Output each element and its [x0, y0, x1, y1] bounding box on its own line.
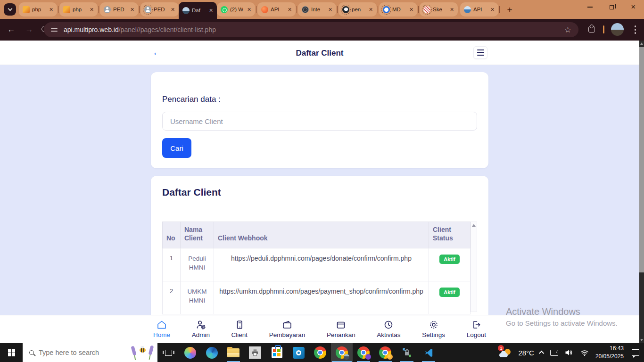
extensions-icon[interactable] [588, 26, 595, 33]
url-host: api.multipro.web.id [64, 26, 119, 33]
tab-close-icon[interactable] [129, 6, 136, 13]
taskbar-chrome-active-window[interactable] [331, 343, 353, 362]
wifi-icon[interactable] [580, 348, 589, 357]
browser-tab-php-2[interactable]: php [59, 2, 98, 16]
table-scrollbar[interactable] [471, 222, 477, 312]
taskbar-microsoft-store[interactable] [266, 343, 288, 362]
chrome-profile-fox-badge [387, 354, 393, 360]
tab-close-icon[interactable] [88, 6, 95, 13]
action-center-icon[interactable] [632, 349, 639, 356]
browser-tab-strip: php php PED PED Daf (2) W API Inte pen M… [0, 0, 644, 19]
browser-tab-ped-2[interactable]: PED [140, 2, 179, 16]
search-box-bee-artwork [128, 344, 156, 361]
page-scrollbar[interactable] [639, 41, 644, 343]
nav-item-admin[interactable]: Admin [192, 319, 210, 338]
taskbar-file-explorer[interactable] [223, 343, 244, 362]
scroll-up-arrow-icon[interactable] [640, 42, 643, 45]
taskbar-edge[interactable] [201, 343, 223, 362]
tab-close-icon[interactable] [48, 6, 55, 13]
taskbar-chrome[interactable] [309, 343, 331, 362]
windows-taskbar: 1 28°C 16:43 20/05/2025 [0, 343, 644, 362]
taskbar-chrome-profile-fox[interactable] [374, 343, 396, 362]
display-device-icon[interactable] [550, 350, 558, 356]
browser-tab-md[interactable]: MD [379, 2, 417, 16]
nav-item-client[interactable]: Client [231, 319, 248, 338]
browser-tab-whatsapp[interactable]: (2) W [217, 2, 255, 16]
close-button[interactable] [622, 0, 644, 14]
tab-close-icon[interactable] [327, 6, 334, 13]
chrome-icon [357, 346, 370, 359]
browser-tab-inte[interactable]: Inte [298, 2, 336, 16]
column-header-no: No [163, 222, 181, 248]
profile-avatar[interactable] [611, 23, 624, 36]
taskbar-outlook[interactable] [288, 343, 309, 362]
taskbar-clock[interactable]: 16:43 20/05/2025 [595, 345, 624, 361]
tab-close-icon[interactable] [286, 6, 293, 13]
menu-hamburger-button[interactable] [473, 46, 487, 59]
tab-close-icon[interactable] [169, 6, 176, 13]
restore-button[interactable] [601, 0, 622, 14]
tab-close-icon[interactable] [367, 6, 374, 13]
task-view-button[interactable] [157, 343, 179, 362]
browser-tab-api-1[interactable]: API [257, 2, 296, 16]
taskbar-search-input[interactable] [39, 349, 109, 356]
browser-menu-icon[interactable] [635, 29, 636, 31]
browser-tab-daftar-client-active[interactable]: Daf [179, 2, 217, 19]
logout-icon [471, 319, 482, 330]
clock-time: 16:43 [595, 345, 624, 353]
scrollbar-thumb[interactable] [639, 47, 644, 272]
browser-tab-ske[interactable]: Ske [420, 2, 458, 16]
minimize-button[interactable] [579, 0, 601, 14]
taskbar-chrome-profile-purple[interactable] [353, 343, 374, 362]
scroll-up-arrow-icon[interactable] [472, 224, 476, 227]
copilot-icon [184, 347, 196, 359]
address-bar[interactable]: api.multipro.web.id/panel//pages/client/… [44, 22, 578, 37]
browser-tab-ped-1[interactable]: PED [100, 2, 138, 16]
tab-separator [297, 6, 297, 13]
tab-close-icon[interactable] [448, 6, 455, 13]
browser-tab-pen[interactable]: pen [339, 2, 377, 16]
username-client-input[interactable] [162, 112, 477, 131]
new-tab-button[interactable] [504, 3, 516, 16]
taskbar-printer-app[interactable] [244, 343, 266, 362]
tab-close-icon[interactable] [489, 6, 496, 13]
file-explorer-icon [227, 348, 239, 357]
cari-button[interactable]: Cari [162, 138, 191, 158]
blue-ring-icon [383, 6, 390, 13]
taskbar-vscode[interactable] [418, 343, 439, 362]
nav-label: Admin [192, 331, 210, 338]
nav-item-logout[interactable]: Logout [467, 319, 486, 338]
nav-item-pembayaran[interactable]: Pembayaran [269, 319, 305, 338]
taskbar-remote-access[interactable] [396, 343, 418, 362]
site-settings-icon[interactable] [51, 26, 58, 33]
nav-item-aktivitas[interactable]: Aktivitas [377, 319, 400, 338]
start-button[interactable] [0, 343, 23, 362]
tab-search-button[interactable] [4, 3, 16, 16]
browser-tab-api-2[interactable]: API [460, 2, 498, 16]
taskbar-copilot[interactable] [179, 343, 201, 362]
browser-forward-button[interactable] [24, 25, 35, 35]
tab-separator [378, 6, 378, 13]
pinned-extension-icon[interactable] [603, 25, 604, 33]
nav-item-penarikan[interactable]: Penarikan [327, 319, 355, 338]
nav-item-home[interactable]: Home [153, 319, 170, 338]
nav-label: Settings [422, 331, 445, 338]
tab-close-icon[interactable] [246, 6, 253, 13]
bookmark-star-icon[interactable] [564, 25, 571, 35]
speaker-icon[interactable] [564, 348, 574, 357]
tab-close-icon[interactable] [408, 6, 415, 13]
scroll-down-arrow-icon[interactable] [640, 339, 643, 341]
browser-back-button[interactable] [6, 25, 17, 35]
browser-tab-php-1[interactable]: php [19, 2, 57, 16]
temperature-label[interactable]: 28°C [518, 349, 534, 357]
tray-expand-chevron-icon[interactable] [539, 351, 544, 356]
weather-icon[interactable]: 1 [499, 346, 512, 359]
taskbar-search-box[interactable] [23, 343, 157, 362]
cell-no: 2 [163, 281, 181, 314]
github-icon [342, 6, 349, 13]
tab-close-icon[interactable] [207, 7, 215, 14]
browser-toolbar: api.multipro.web.id/panel//pages/client/… [0, 19, 644, 41]
nav-item-settings[interactable]: Settings [422, 319, 445, 338]
tab-title: (2) W [230, 7, 243, 12]
tab-title: pen [352, 7, 365, 12]
